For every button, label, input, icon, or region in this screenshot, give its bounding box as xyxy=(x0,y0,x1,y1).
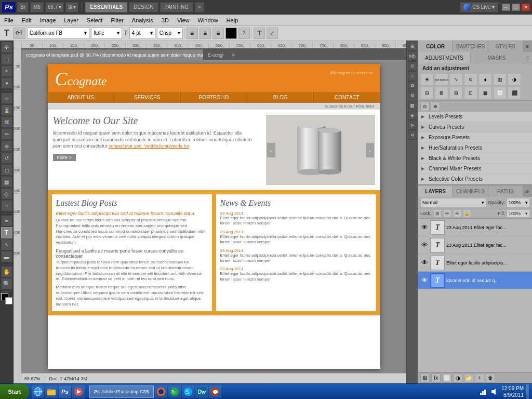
adj-threshold-icon[interactable]: ⬛ xyxy=(508,87,521,99)
adj-vibrance-icon[interactable]: ♦ xyxy=(478,73,492,86)
taskbar-sound-icon[interactable] xyxy=(490,387,499,396)
vert-btn-9[interactable]: ⊳ xyxy=(408,121,417,130)
nav-blog[interactable]: BLOG xyxy=(247,92,314,103)
tab-paths[interactable]: PATHS xyxy=(488,185,523,197)
shape-tool[interactable]: ▬ xyxy=(1,251,12,262)
menu-window[interactable]: Window xyxy=(194,15,222,26)
doc-tab-active[interactable]: ccognate of template.psd @ 66.7% (ldcomm… xyxy=(21,49,203,60)
mask-btn[interactable]: ⬜ xyxy=(442,374,451,383)
help-btn[interactable]: ? xyxy=(238,28,250,39)
minimize-btn[interactable]: – xyxy=(502,4,510,11)
lasso-tool[interactable]: ⌖ xyxy=(1,65,12,77)
mini-bridge-btn[interactable]: Mb xyxy=(30,2,44,12)
taskbar-skype[interactable]: S xyxy=(182,385,194,398)
align-center-btn[interactable]: ≡ xyxy=(200,28,211,39)
menu-edit[interactable]: Edit xyxy=(18,15,36,26)
layer-visibility-3[interactable]: 👁 xyxy=(420,259,429,267)
align-right-btn[interactable]: ≡ xyxy=(212,28,224,39)
type-tool[interactable]: T xyxy=(1,227,12,238)
image-nav-left-btn[interactable]: ‹ xyxy=(267,143,275,157)
opacity-dropdown[interactable]: 100%▾ xyxy=(507,198,530,207)
font-size-dropdown[interactable]: 4 pt▾ xyxy=(129,28,155,39)
view-dropdown[interactable]: 66.7 ▾ xyxy=(45,2,64,12)
aa-dropdown[interactable]: Crisp▾ xyxy=(157,28,183,39)
group-btn[interactable]: 📁 xyxy=(464,374,473,383)
preset-item-exposure[interactable]: ▶ Exposure Presets xyxy=(418,132,532,143)
new-layer-btn[interactable]: + xyxy=(475,374,484,383)
preset-item-curves[interactable]: ▶ Curves Presets xyxy=(418,122,532,132)
close-btn[interactable]: ✕ xyxy=(522,4,530,11)
taskbar-network-icon[interactable] xyxy=(478,387,488,396)
font-style-dropdown[interactable]: Italic▾ xyxy=(91,28,122,39)
vert-btn-10[interactable]: ⊲ xyxy=(408,130,417,140)
adj-exposure-icon[interactable]: ⊙ xyxy=(464,73,477,86)
cs-live-btn[interactable]: CS Live ▾ xyxy=(460,2,498,12)
tab-layers[interactable]: LAYERS xyxy=(418,185,453,197)
marquee-tool[interactable]: ⬚ xyxy=(1,54,12,65)
nav-about[interactable]: ABOUT US xyxy=(48,92,114,103)
delete-layer-btn[interactable]: 🗑 xyxy=(486,374,495,383)
gradient-tool[interactable]: ▦ xyxy=(1,176,12,188)
doc-tab-scroll-right[interactable]: » xyxy=(228,49,238,60)
move-tool[interactable]: ✛ xyxy=(1,42,12,53)
vert-btn-8[interactable]: ◈ xyxy=(408,111,417,120)
taskbar-media[interactable] xyxy=(72,385,85,398)
adj-hue-icon[interactable]: ▥ xyxy=(493,73,507,86)
preset-item-channel[interactable]: ▶ Channel Mixer Presets xyxy=(418,164,532,174)
doc-tab-2[interactable]: E-ccogi xyxy=(203,49,228,60)
tab-swatches[interactable]: SWATCHES xyxy=(453,41,488,52)
magic-wand-tool[interactable]: ✦ xyxy=(1,77,12,89)
vert-btn-6[interactable]: ⚙ xyxy=(408,91,417,100)
layer-visibility-2[interactable]: 👁 xyxy=(420,241,429,249)
layers-panel-menu-btn[interactable]: ≡ xyxy=(523,185,532,197)
menu-3d[interactable]: 3D xyxy=(157,15,173,26)
adj-curves-icon[interactable]: ∿ xyxy=(449,73,463,86)
align-left-btn[interactable]: ≡ xyxy=(187,28,198,39)
clone-tool[interactable]: ⊕ xyxy=(1,140,12,152)
layer-row-1[interactable]: 👁 T 23 Aug 2011 Elitet eger fac... xyxy=(418,219,532,236)
crop-tool[interactable]: ⊹ xyxy=(1,92,12,104)
menu-help[interactable]: Help xyxy=(222,15,243,26)
adj-selective-color-icon[interactable]: ⊡ xyxy=(464,87,477,99)
nav-services[interactable]: SERVICES xyxy=(114,92,181,103)
tab-adjustments[interactable]: ADJUSTMENTS xyxy=(418,52,471,63)
heal-tool[interactable]: ⌘ xyxy=(1,116,12,128)
lock-position-btn[interactable]: ✛ xyxy=(453,209,461,218)
vert-btn-1[interactable]: ⊞ xyxy=(408,42,417,51)
warp-text-btn[interactable]: ⊤ xyxy=(254,28,265,39)
hand-tool[interactable]: ✋ xyxy=(1,266,12,277)
taskbar-files[interactable] xyxy=(45,385,58,398)
fx-btn[interactable]: fx xyxy=(431,374,441,383)
adj-photo-filter-icon[interactable]: ⊠ xyxy=(435,87,448,99)
more-workspaces-btn[interactable]: » xyxy=(195,2,204,12)
adj-bw-icon[interactable]: ◑ xyxy=(508,73,521,86)
pen-tool[interactable]: ✒ xyxy=(1,215,12,227)
layer-visibility-1[interactable]: 👁 xyxy=(420,223,429,232)
menu-layer[interactable]: Layer xyxy=(60,15,83,26)
adj-panel-menu-btn[interactable]: ≡ xyxy=(523,52,532,63)
color-swatch-opt[interactable] xyxy=(225,28,237,39)
type-orient-btn[interactable]: ⟳T xyxy=(13,28,25,39)
restore-btn[interactable]: □ xyxy=(512,4,520,11)
adj-invert-icon[interactable]: ⬜ xyxy=(493,87,507,99)
taskbar-dreamweaver[interactable]: Dw xyxy=(195,385,208,398)
panel-icon-1[interactable]: ⊙ xyxy=(420,102,430,111)
adj-brightness-icon[interactable]: ☀ xyxy=(420,73,434,86)
preset-item-selective[interactable]: ▶ Selective Color Presets xyxy=(418,174,532,184)
layer-row-4[interactable]: 👁 T ldcommodo id nequat q... xyxy=(418,272,532,289)
zoom-tool[interactable]: 🔍 xyxy=(1,278,12,289)
taskbar-sync[interactable]: ↻ xyxy=(168,385,181,398)
menu-image[interactable]: Image xyxy=(36,15,60,26)
layer-visibility-4[interactable]: 👁 xyxy=(420,276,429,285)
taskbar-chat[interactable]: 💬 xyxy=(209,385,221,398)
tab-channels[interactable]: CHANNELS xyxy=(453,185,488,197)
vert-btn-4[interactable]: ☼ xyxy=(408,71,417,81)
layer-row-2[interactable]: 👁 T 23 Aug 2011 Elitet eger fac... xyxy=(418,236,532,254)
preset-item-levels[interactable]: ▶ Levels Presets xyxy=(418,112,532,122)
taskbar-ie[interactable] xyxy=(32,385,44,398)
blend-mode-dropdown[interactable]: Normal▾ xyxy=(420,198,486,207)
nav-portfolio[interactable]: PORTFOLIO xyxy=(181,92,247,103)
fill-dropdown[interactable]: 100%▾ xyxy=(507,209,530,218)
vert-btn-7[interactable]: ▦ xyxy=(408,101,417,110)
adj-color-balance-icon[interactable]: ⊟ xyxy=(420,87,434,99)
